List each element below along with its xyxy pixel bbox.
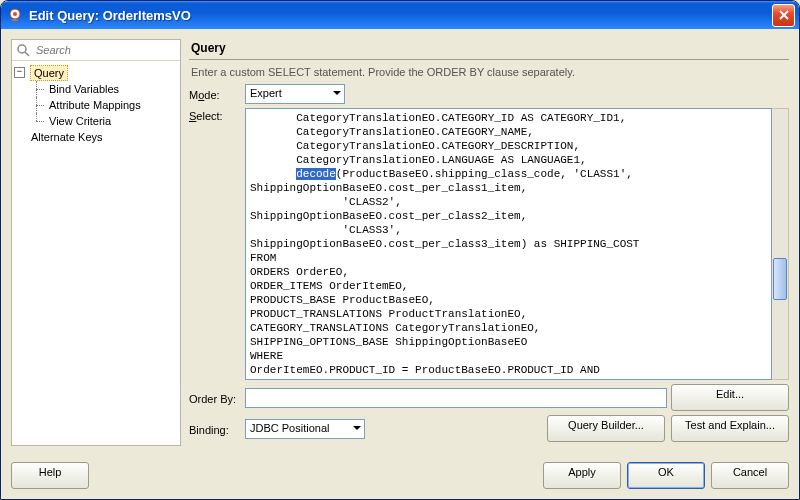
binding-row: Binding: JDBC Positional Query Builder..… [189, 415, 789, 442]
svg-point-5 [18, 45, 26, 53]
panel-header: Query [189, 39, 789, 60]
select-label: Select: [189, 108, 241, 122]
mode-value: Expert [250, 87, 282, 99]
select-row: Select: CategoryTranslationEO.CATEGORY_I… [189, 108, 789, 380]
binding-label: Binding: [189, 422, 241, 436]
tree-node-view-criteria[interactable]: View Criteria [46, 114, 114, 128]
close-icon [779, 10, 789, 20]
app-icon [7, 7, 23, 23]
tree-node-query[interactable]: Query [30, 65, 68, 81]
panel-description: Enter a custom SELECT statement. Provide… [189, 64, 789, 84]
cancel-button[interactable]: Cancel [711, 462, 789, 489]
select-editor[interactable]: CategoryTranslationEO.CATEGORY_ID AS CAT… [245, 108, 772, 380]
tree-node-alternate-keys[interactable]: Alternate Keys [28, 130, 106, 144]
nav-tree[interactable]: − Query Bind Variables Attribute Mapping… [12, 61, 180, 445]
client-area: − Query Bind Variables Attribute Mapping… [1, 29, 799, 456]
binding-dropdown[interactable]: JDBC Positional [245, 419, 365, 439]
query-panel: Query Enter a custom SELECT statement. P… [189, 39, 789, 446]
dialog-button-bar: Help Apply OK Cancel [1, 456, 799, 499]
search-input[interactable] [34, 43, 176, 57]
orderby-input[interactable] [245, 388, 667, 408]
scrollbar-thumb[interactable] [773, 258, 787, 300]
query-builder-button[interactable]: Query Builder... [547, 415, 665, 442]
close-button[interactable] [772, 4, 795, 27]
binding-value: JDBC Positional [250, 422, 329, 434]
edit-button[interactable]: Edit... [671, 384, 789, 411]
mode-row: Mode: Expert [189, 84, 789, 104]
tree-node-bind-variables[interactable]: Bind Variables [46, 82, 122, 96]
search-icon [16, 43, 30, 57]
orderby-label: Order By: [189, 391, 241, 405]
dialog-window: Edit Query: OrderItemsVO − Quer [0, 0, 800, 500]
help-button[interactable]: Help [11, 462, 89, 489]
svg-line-6 [25, 52, 29, 56]
svg-point-1 [13, 12, 17, 16]
select-editor-wrap: CategoryTranslationEO.CATEGORY_ID AS CAT… [245, 108, 789, 380]
ok-button[interactable]: OK [627, 462, 705, 489]
window-title: Edit Query: OrderItemsVO [29, 8, 772, 23]
highlighted-decode: decode [296, 168, 336, 180]
mode-label: Mode: [189, 87, 241, 101]
tree-node-attribute-mappings[interactable]: Attribute Mappings [46, 98, 144, 112]
tree-expander[interactable]: − [14, 67, 25, 78]
mode-dropdown[interactable]: Expert [245, 84, 345, 104]
apply-button[interactable]: Apply [543, 462, 621, 489]
orderby-row: Order By: Edit... [189, 384, 789, 411]
svg-rect-2 [12, 19, 18, 21]
navigator-panel: − Query Bind Variables Attribute Mapping… [11, 39, 181, 446]
test-explain-button[interactable]: Test and Explain... [671, 415, 789, 442]
search-bar [12, 40, 180, 61]
select-scrollbar[interactable] [772, 108, 789, 380]
titlebar[interactable]: Edit Query: OrderItemsVO [1, 1, 799, 29]
